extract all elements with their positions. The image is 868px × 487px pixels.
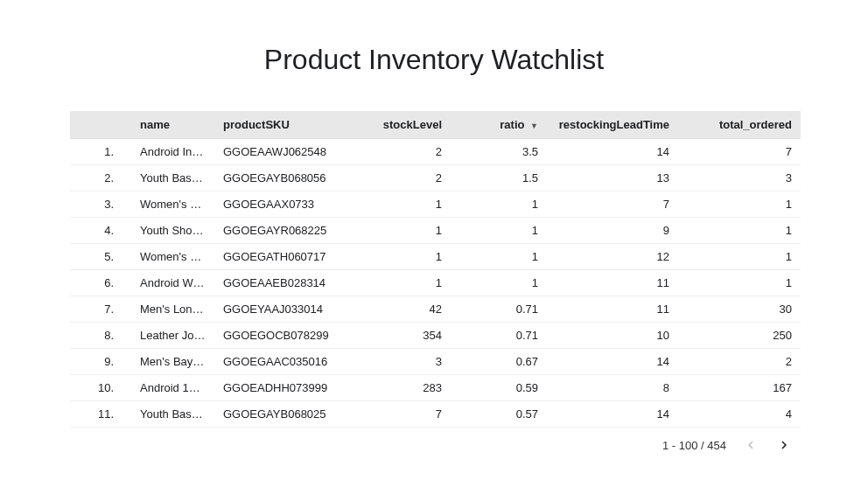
cell-stocklevel: 1 xyxy=(346,244,451,270)
table-row[interactable]: 7.Men's Long & …GGOEYAAJ033014420.711130 xyxy=(70,296,801,323)
cell-total-ordered: 7 xyxy=(678,139,801,165)
cell-index: 11. xyxy=(70,401,131,428)
cell-sku: GGOEGAYB068056 xyxy=(214,165,346,191)
cell-index: 6. xyxy=(70,270,131,296)
pager-range: 1 - 100 / 454 xyxy=(662,439,726,452)
cell-index: 10. xyxy=(70,375,131,401)
table-row[interactable]: 3.Women's Sho…GGOEGAAX07331171 xyxy=(70,191,801,218)
cell-sku: GGOEAAWJ062548 xyxy=(214,139,346,165)
cell-index: 9. xyxy=(70,349,131,375)
cell-ratio: 1.5 xyxy=(451,165,547,191)
table-row[interactable]: 8.Leather Journ…GGOEGOCB0782993540.71102… xyxy=(70,323,801,349)
col-header-ratio[interactable]: ratio ▼ xyxy=(451,111,547,139)
cell-stocklevel: 283 xyxy=(346,375,451,401)
cell-sku: GGOEGAYB068025 xyxy=(214,401,346,428)
cell-total-ordered: 1 xyxy=(678,218,801,244)
cell-stocklevel: 1 xyxy=(346,270,451,296)
cell-restocking: 11 xyxy=(547,296,678,323)
cell-index: 5. xyxy=(70,244,131,270)
pager: 1 - 100 / 454 xyxy=(70,428,798,463)
table-row[interactable]: 11.Youth Baseba…GGOEGAYB06802570.57144 xyxy=(70,401,801,428)
cell-name: Women's Sho… xyxy=(131,191,214,218)
cell-sku: GGOEGAYR068225 xyxy=(214,218,346,244)
cell-stocklevel: 3 xyxy=(346,349,451,375)
cell-name: Leather Journ… xyxy=(131,323,214,349)
table-row[interactable]: 4.Youth Short S…GGOEGAYR0682251191 xyxy=(70,218,801,244)
cell-total-ordered: 167 xyxy=(678,375,801,401)
cell-restocking: 10 xyxy=(547,323,678,349)
col-header-name[interactable]: name xyxy=(131,111,214,139)
cell-stocklevel: 1 xyxy=(346,191,451,218)
cell-index: 4. xyxy=(70,218,131,244)
cell-name: Youth Short S… xyxy=(131,218,214,244)
table-row[interactable]: 1.Android Infan…GGOEAAWJ06254823.5147 xyxy=(70,139,801,165)
cell-restocking: 13 xyxy=(547,165,678,191)
col-header-stocklevel[interactable]: stockLevel xyxy=(346,111,451,139)
cell-restocking: 14 xyxy=(547,401,678,428)
cell-stocklevel: 1 xyxy=(346,218,451,244)
cell-sku: GGOEAAEB028314 xyxy=(214,270,346,296)
cell-name: Youth Baseba… xyxy=(131,165,214,191)
cell-name: Men's Baysid… xyxy=(131,349,214,375)
cell-total-ordered: 3 xyxy=(678,165,801,191)
chevron-right-icon xyxy=(776,437,792,453)
cell-restocking: 14 xyxy=(547,349,678,375)
cell-stocklevel: 2 xyxy=(346,139,451,165)
cell-name: Men's Long & … xyxy=(131,296,214,323)
table-row[interactable]: 10.Android 17oz …GGOEADHH0739992830.5981… xyxy=(70,375,801,401)
chevron-left-icon xyxy=(743,437,759,453)
col-header-total-ordered[interactable]: total_ordered xyxy=(678,111,801,139)
cell-ratio: 1 xyxy=(451,191,547,218)
cell-total-ordered: 1 xyxy=(678,244,801,270)
inventory-table: name productSKU stockLevel ratio ▼ resto… xyxy=(70,111,798,463)
cell-ratio: 3.5 xyxy=(451,139,547,165)
cell-stocklevel: 42 xyxy=(346,296,451,323)
page-title: Product Inventory Watchlist xyxy=(70,44,798,76)
cell-ratio: 0.71 xyxy=(451,323,547,349)
pager-next-button[interactable] xyxy=(775,436,793,454)
cell-name: Android Infan… xyxy=(131,139,214,165)
cell-index: 8. xyxy=(70,323,131,349)
cell-ratio: 0.59 xyxy=(451,375,547,401)
cell-sku: GGOEGAAX0733 xyxy=(214,191,346,218)
table-row[interactable]: 9.Men's Baysid…GGOEGAAC03501630.67142 xyxy=(70,349,801,375)
cell-name: Android Wom… xyxy=(131,270,214,296)
cell-stocklevel: 354 xyxy=(346,323,451,349)
cell-total-ordered: 250 xyxy=(678,323,801,349)
cell-sku: GGOEADHH073999 xyxy=(214,375,346,401)
col-header-sku[interactable]: productSKU xyxy=(214,111,346,139)
cell-name: Women's Con… xyxy=(131,244,214,270)
cell-sku: GGOEGOCB078299 xyxy=(214,323,346,349)
table-row[interactable]: 6.Android Wom…GGOEAAEB02831411111 xyxy=(70,270,801,296)
cell-total-ordered: 1 xyxy=(678,191,801,218)
cell-index: 1. xyxy=(70,139,131,165)
cell-ratio: 1 xyxy=(451,218,547,244)
cell-restocking: 14 xyxy=(547,139,678,165)
cell-total-ordered: 2 xyxy=(678,349,801,375)
cell-sku: GGOEYAAJ033014 xyxy=(214,296,346,323)
cell-restocking: 11 xyxy=(547,270,678,296)
cell-sku: GGOEGAAC035016 xyxy=(214,349,346,375)
cell-name: Android 17oz … xyxy=(131,375,214,401)
cell-ratio: 0.71 xyxy=(451,296,547,323)
cell-restocking: 12 xyxy=(547,244,678,270)
cell-restocking: 9 xyxy=(547,218,678,244)
col-header-restocking[interactable]: restockingLeadTime xyxy=(547,111,678,139)
table-row[interactable]: 5.Women's Con…GGOEGATH06071711121 xyxy=(70,244,801,270)
col-header-index[interactable] xyxy=(70,111,131,139)
cell-ratio: 0.57 xyxy=(451,401,547,428)
cell-sku: GGOEGATH060717 xyxy=(214,244,346,270)
col-header-ratio-label: ratio xyxy=(500,118,524,131)
cell-name: Youth Baseba… xyxy=(131,401,214,428)
pager-prev-button[interactable] xyxy=(742,436,760,454)
cell-restocking: 7 xyxy=(547,191,678,218)
cell-index: 7. xyxy=(70,296,131,323)
cell-total-ordered: 30 xyxy=(678,296,801,323)
cell-ratio: 0.67 xyxy=(451,349,547,375)
sort-indicator-icon: ▼ xyxy=(530,122,538,130)
cell-stocklevel: 2 xyxy=(346,165,451,191)
cell-ratio: 1 xyxy=(451,270,547,296)
cell-index: 2. xyxy=(70,165,131,191)
cell-total-ordered: 1 xyxy=(678,270,801,296)
table-row[interactable]: 2.Youth Baseba…GGOEGAYB06805621.5133 xyxy=(70,165,801,191)
